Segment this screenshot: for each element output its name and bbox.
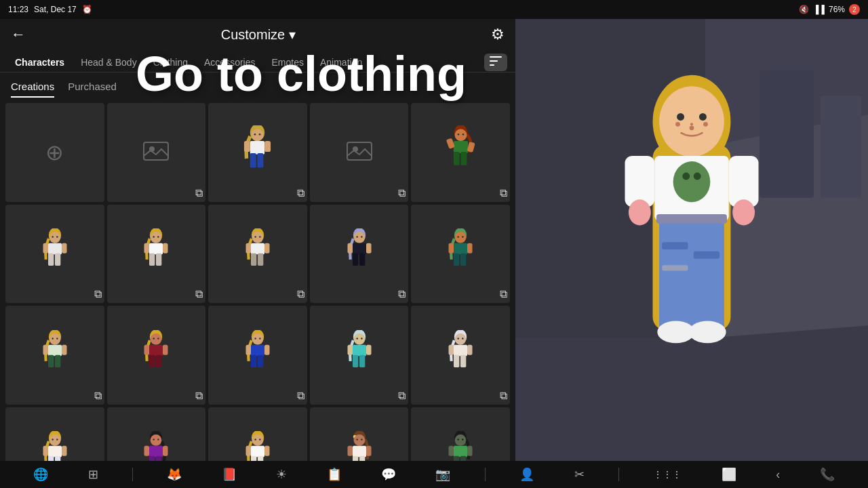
tab-animation[interactable]: Animation bbox=[313, 53, 369, 72]
grid-item-char-9[interactable]: ⧉ bbox=[310, 205, 409, 304]
grid-item-char-13[interactable]: ⧉ bbox=[208, 306, 307, 405]
svg-point-46 bbox=[259, 236, 261, 238]
flipboard-icon[interactable]: 📕 bbox=[216, 467, 242, 482]
svg-point-154 bbox=[458, 439, 460, 441]
camera-icon[interactable]: 📷 bbox=[430, 467, 456, 482]
svg-rect-66 bbox=[454, 253, 459, 266]
add-new-item[interactable]: ⊕ bbox=[5, 103, 104, 202]
svg-point-126 bbox=[153, 439, 155, 441]
notification-badge: 2 bbox=[849, 4, 860, 15]
grid-item-char-17[interactable]: ⧉ bbox=[107, 407, 206, 461]
svg-rect-129 bbox=[149, 456, 155, 461]
back-gesture-icon[interactable]: ⋮⋮⋮ bbox=[648, 469, 687, 480]
clipboard-icon[interactable]: 📋 bbox=[321, 467, 347, 482]
svg-rect-189 bbox=[694, 251, 719, 259]
avatar-icon[interactable]: 👤 bbox=[514, 467, 540, 482]
svg-point-177 bbox=[690, 123, 693, 125]
grid-area[interactable]: ⊕ ⧉ bbox=[0, 98, 515, 461]
svg-rect-56 bbox=[353, 243, 366, 255]
svg-point-146 bbox=[361, 439, 363, 441]
weather-icon[interactable]: ☀ bbox=[271, 467, 292, 482]
back-button[interactable]: ← bbox=[11, 26, 26, 43]
grid-item-char-19[interactable]: ⧉ bbox=[310, 407, 409, 461]
subtab-purchased[interactable]: Purchased bbox=[68, 78, 117, 98]
status-bar: 11:23 Sat, Dec 17 ⏰ 🔇 ▐▐ 76% 2 bbox=[0, 0, 868, 19]
svg-rect-21 bbox=[454, 152, 460, 165]
grid-item-placeholder-1[interactable]: ⧉ bbox=[107, 103, 206, 202]
grid-item-char-5[interactable]: ⧉ bbox=[411, 103, 510, 202]
svg-rect-95 bbox=[245, 344, 251, 354]
subtab-creations[interactable]: Creations bbox=[11, 78, 54, 98]
svg-point-63 bbox=[458, 236, 460, 238]
grid-item-char-14[interactable]: ⧉ bbox=[310, 306, 409, 405]
grid-item-char-16[interactable]: ⧉ bbox=[5, 407, 104, 461]
svg-point-100 bbox=[361, 338, 363, 340]
svg-point-98 bbox=[353, 333, 365, 345]
svg-rect-120 bbox=[48, 456, 54, 461]
svg-point-64 bbox=[462, 236, 464, 238]
svg-rect-101 bbox=[353, 344, 366, 356]
svg-rect-151 bbox=[366, 446, 372, 456]
home-gesture-icon[interactable]: ⬜ bbox=[716, 467, 742, 482]
svg-point-175 bbox=[690, 125, 694, 130]
message-icon[interactable]: 💬 bbox=[376, 467, 401, 482]
grid-item-placeholder-2[interactable]: ⧉ bbox=[310, 103, 409, 202]
svg-rect-41 bbox=[144, 243, 150, 253]
grid-item-char-3[interactable]: ⧉ bbox=[208, 103, 307, 202]
grid-item-char-15[interactable]: ⧉ bbox=[411, 306, 510, 405]
svg-rect-59 bbox=[347, 243, 353, 253]
phone-icon[interactable]: 📞 bbox=[814, 467, 840, 482]
grid-item-char-6[interactable]: ⧉ bbox=[5, 205, 104, 304]
grid-item-char-8[interactable]: ⧉ bbox=[208, 205, 307, 304]
left-panel: ← Customize ▾ ⚙ Characters Head & Body C… bbox=[0, 19, 515, 461]
add-icon: ⊕ bbox=[45, 140, 64, 165]
svg-rect-140 bbox=[245, 446, 251, 456]
grid-item-char-12[interactable]: ⧉ bbox=[107, 306, 206, 405]
svg-point-134 bbox=[252, 434, 264, 446]
tab-characters[interactable]: Characters bbox=[8, 53, 71, 72]
copy-icon: ⧉ bbox=[398, 288, 406, 300]
svg-rect-102 bbox=[353, 354, 358, 367]
svg-rect-94 bbox=[258, 354, 263, 367]
svg-rect-160 bbox=[467, 446, 473, 456]
settings-button[interactable]: ⚙ bbox=[491, 26, 505, 43]
svg-point-185 bbox=[732, 199, 755, 225]
tab-emotes[interactable]: Emotes bbox=[265, 53, 311, 72]
svg-rect-23 bbox=[446, 138, 454, 148]
tab-head-body[interactable]: Head & Body bbox=[74, 53, 144, 72]
alarm-icon: ⏰ bbox=[82, 5, 92, 14]
svg-rect-96 bbox=[264, 344, 270, 354]
svg-rect-128 bbox=[149, 446, 163, 458]
grid-item-char-10[interactable]: ⧉ bbox=[411, 205, 510, 304]
tab-accessories[interactable]: Accessories bbox=[197, 53, 262, 72]
svg-point-53 bbox=[353, 232, 365, 243]
svg-rect-141 bbox=[264, 446, 270, 456]
svg-point-81 bbox=[153, 338, 155, 340]
svg-point-26 bbox=[49, 232, 60, 243]
capcut-icon[interactable]: ✂ bbox=[569, 467, 590, 482]
grid-item-char-11[interactable]: ⧉ bbox=[5, 306, 104, 405]
svg-point-37 bbox=[157, 236, 159, 238]
copy-icon: ⧉ bbox=[297, 187, 304, 199]
svg-rect-156 bbox=[454, 446, 467, 458]
svg-rect-10 bbox=[250, 153, 256, 167]
tab-clothing[interactable]: Clothing bbox=[146, 53, 195, 72]
filter-button[interactable] bbox=[484, 54, 507, 71]
recents-gesture-icon[interactable]: ‹ bbox=[770, 468, 785, 482]
svg-rect-32 bbox=[43, 243, 48, 253]
svg-point-99 bbox=[356, 338, 358, 340]
grid-item-char-18[interactable]: ⧉ bbox=[208, 407, 307, 461]
svg-point-181 bbox=[694, 173, 701, 180]
browser-icon[interactable]: 🌐 bbox=[28, 467, 54, 482]
svg-rect-92 bbox=[251, 344, 264, 356]
apps-icon[interactable]: ⊞ bbox=[83, 467, 104, 482]
grid-item-char-20[interactable]: ⧉ bbox=[411, 407, 510, 461]
svg-point-174 bbox=[675, 122, 680, 127]
svg-rect-11 bbox=[258, 153, 264, 167]
firefox-icon[interactable]: 🦊 bbox=[161, 467, 187, 482]
svg-rect-130 bbox=[156, 456, 161, 461]
grid-item-char-7[interactable]: ⧉ bbox=[107, 205, 206, 304]
nav-tabs: Characters Head & Body Clothing Accessor… bbox=[0, 50, 515, 73]
main-area: ← Customize ▾ ⚙ Characters Head & Body C… bbox=[0, 19, 868, 461]
svg-point-144 bbox=[353, 434, 365, 446]
